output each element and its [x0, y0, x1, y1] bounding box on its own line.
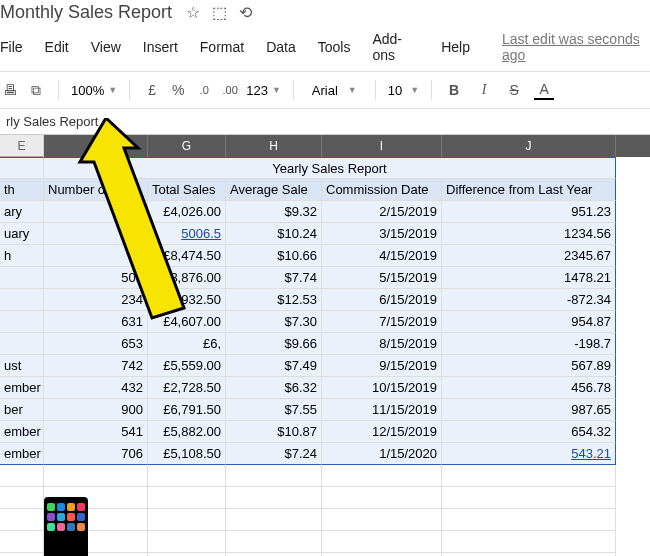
header-cell[interactable]: th — [0, 179, 44, 201]
cell[interactable] — [322, 465, 442, 487]
cell[interactable]: -872.34 — [442, 289, 616, 311]
cell[interactable]: ember — [0, 377, 44, 399]
cell[interactable]: 654.32 — [442, 421, 616, 443]
cell[interactable]: 5006.5 — [148, 223, 226, 245]
cell[interactable] — [0, 487, 44, 509]
col-header-e[interactable]: E — [0, 135, 44, 157]
increase-decimal-button[interactable]: .00 — [220, 80, 240, 100]
cell[interactable]: 706 — [44, 443, 148, 465]
cell[interactable] — [442, 531, 616, 553]
doc-title[interactable]: Monthly Sales Report — [0, 2, 172, 23]
cell[interactable]: 1234.56 — [442, 223, 616, 245]
menu-tools[interactable]: Tools — [318, 39, 361, 55]
cell[interactable]: 4/15/2019 — [322, 245, 442, 267]
cell[interactable] — [148, 487, 226, 509]
embedded-image-phone[interactable] — [44, 497, 88, 556]
cell[interactable]: 3/15/2019 — [322, 223, 442, 245]
cell[interactable]: 543.21 — [442, 443, 616, 465]
cell[interactable]: ember — [0, 443, 44, 465]
cell[interactable]: £6,791.50 — [148, 399, 226, 421]
decrease-decimal-button[interactable]: .0 — [194, 80, 214, 100]
menu-view[interactable]: View — [91, 39, 131, 55]
cell[interactable]: 987.65 — [442, 399, 616, 421]
paint-format-icon[interactable]: ⧉ — [26, 80, 46, 100]
cell[interactable] — [322, 487, 442, 509]
cell[interactable]: 8/15/2019 — [322, 333, 442, 355]
cell[interactable]: $7.74 — [226, 267, 322, 289]
cell[interactable]: 456.78 — [442, 377, 616, 399]
last-edit-link[interactable]: Last edit was seconds ago — [502, 31, 650, 63]
cell[interactable] — [226, 509, 322, 531]
menu-format[interactable]: Format — [200, 39, 254, 55]
cell[interactable]: 234 — [44, 289, 148, 311]
cell[interactable]: £5,559.00 — [148, 355, 226, 377]
menu-file[interactable]: File — [0, 39, 33, 55]
cell[interactable]: £5,882.00 — [148, 421, 226, 443]
cell[interactable]: $10.87 — [226, 421, 322, 443]
cell[interactable] — [44, 465, 148, 487]
cell[interactable] — [0, 531, 44, 553]
cell[interactable]: 567.89 — [442, 355, 616, 377]
cell[interactable] — [148, 509, 226, 531]
zoom-selector[interactable]: 100% ▼ — [71, 83, 117, 98]
formula-bar[interactable]: rly Sales Report — [0, 109, 650, 135]
cell[interactable]: 5/15/2019 — [322, 267, 442, 289]
cell[interactable]: 11/15/2019 — [322, 399, 442, 421]
col-header-g[interactable]: G — [148, 135, 226, 157]
cell[interactable]: £3,876.00 — [148, 267, 226, 289]
header-cell[interactable]: Total Sales — [148, 179, 226, 201]
cell[interactable] — [0, 289, 44, 311]
cell[interactable]: 9/15/2019 — [322, 355, 442, 377]
menu-addons[interactable]: Add-ons — [372, 31, 429, 63]
cell[interactable] — [0, 509, 44, 531]
cell[interactable]: £5,108.50 — [148, 443, 226, 465]
cell[interactable]: £4,607.00 — [148, 311, 226, 333]
strike-button[interactable]: S — [504, 80, 524, 100]
cell[interactable] — [0, 311, 44, 333]
spreadsheet-grid[interactable]: E F G H I J Yearly Sales ReportthNumber … — [0, 135, 650, 556]
menu-data[interactable]: Data — [266, 39, 306, 55]
cell[interactable]: £2,728.50 — [148, 377, 226, 399]
star-icon[interactable]: ☆ — [186, 3, 200, 22]
cell[interactable]: $9.32 — [226, 201, 322, 223]
cell[interactable] — [442, 487, 616, 509]
menu-help[interactable]: Help — [441, 39, 480, 55]
font-selector[interactable]: Arial ▼ — [306, 83, 363, 98]
menu-insert[interactable]: Insert — [143, 39, 188, 55]
cloud-icon[interactable]: ⟲ — [239, 3, 252, 22]
cell[interactable]: $10.66 — [226, 245, 322, 267]
header-cell[interactable]: Difference from Last Year — [442, 179, 616, 201]
cell[interactable]: $7.55 — [226, 399, 322, 421]
cell[interactable]: -198.7 — [442, 333, 616, 355]
cell[interactable]: uary — [0, 223, 44, 245]
cell[interactable]: £8,474.50 — [148, 245, 226, 267]
header-cell[interactable]: Number of — [44, 179, 148, 201]
cell[interactable]: 653 — [44, 333, 148, 355]
cell[interactable] — [322, 509, 442, 531]
cell[interactable]: 2/15/2019 — [322, 201, 442, 223]
col-header-h[interactable]: H — [226, 135, 322, 157]
cell[interactable] — [0, 333, 44, 355]
number-format-selector[interactable]: 123 ▼ — [246, 83, 281, 98]
cell[interactable]: ust — [0, 355, 44, 377]
cell[interactable] — [148, 465, 226, 487]
cell[interactable]: ember — [0, 421, 44, 443]
cell[interactable]: 4 — [44, 223, 148, 245]
cell[interactable] — [322, 531, 442, 553]
cell[interactable] — [442, 465, 616, 487]
cell[interactable]: $7.30 — [226, 311, 322, 333]
col-header-j[interactable]: J — [442, 135, 616, 157]
header-cell[interactable]: Average Sale — [226, 179, 322, 201]
cell[interactable]: 951.23 — [442, 201, 616, 223]
cell[interactable]: £4,026.00 — [148, 201, 226, 223]
cell[interactable]: $6.32 — [226, 377, 322, 399]
cell[interactable]: 432 — [44, 377, 148, 399]
cell[interactable]: 6/15/2019 — [322, 289, 442, 311]
cell[interactable]: $7.49 — [226, 355, 322, 377]
cell[interactable] — [442, 509, 616, 531]
italic-button[interactable]: I — [474, 80, 494, 100]
font-size-selector[interactable]: 10 ▼ — [388, 83, 419, 98]
cell[interactable]: ber — [0, 399, 44, 421]
col-header-f[interactable]: F — [44, 135, 148, 157]
cell-link[interactable]: 5006.5 — [181, 226, 221, 241]
